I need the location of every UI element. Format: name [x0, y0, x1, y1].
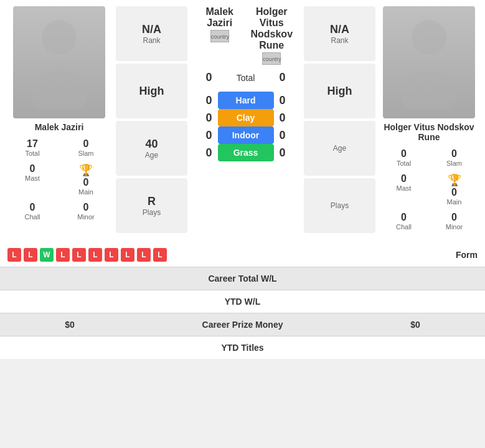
- surface-btn-indoor[interactable]: Indoor: [218, 126, 274, 144]
- right-chall-cell: 0 Chall: [379, 209, 428, 233]
- svg-point-0: [42, 20, 77, 55]
- player-left-stats: 17 Total 0 Slam 0 Mast 🏆 0 Main 0: [6, 136, 112, 223]
- player-left-avatar: [13, 6, 105, 118]
- form-badge-9: L: [153, 248, 167, 262]
- surface-row-indoor: 0 Indoor 0: [194, 126, 298, 144]
- form-badge-0: L: [7, 248, 21, 262]
- right-total-value: 0: [401, 148, 407, 160]
- career-total-label: Career Total W/L: [208, 274, 276, 284]
- form-badge-5: L: [88, 248, 102, 262]
- left-rank-value: N/A: [142, 23, 161, 36]
- left-main-label: Main: [78, 188, 93, 196]
- player-right-avatar: [383, 6, 475, 118]
- surface-left-hard: 0: [203, 94, 215, 107]
- ytd-wl-label: YTD W/L: [225, 297, 261, 307]
- left-rank-label: Rank: [143, 36, 160, 45]
- form-badge-8: L: [137, 248, 151, 262]
- right-plays-block: Plays: [304, 178, 375, 233]
- right-rank-label: Rank: [331, 36, 348, 45]
- left-high-block: High: [116, 64, 187, 118]
- right-plays-label: Plays: [331, 201, 349, 210]
- career-prize-left: $0: [7, 320, 132, 330]
- career-prize-right: $0: [353, 320, 478, 330]
- left-country-row: country: [194, 30, 246, 42]
- right-chall-label: Chall: [396, 223, 412, 231]
- left-main-cell: 🏆 0 Main: [60, 161, 112, 198]
- left-age-label: Age: [145, 151, 158, 160]
- right-mast-value: 0: [401, 173, 407, 184]
- form-row: LLWLLLLLLL Form: [0, 243, 485, 267]
- right-mast-cell: 0 Mast: [379, 171, 428, 208]
- right-main-value: 0: [451, 187, 457, 198]
- right-middle-stats: N/A Rank High Age Plays: [304, 6, 375, 233]
- left-mast-label: Mast: [25, 174, 40, 182]
- right-player-name-center: Holger Vitus Nodskov Rune country: [246, 6, 298, 65]
- surface-row-hard: 0 Hard 0: [194, 92, 298, 109]
- left-plays-label: Plays: [143, 208, 161, 217]
- left-total-cell: 17 Total: [6, 136, 59, 160]
- left-main-value: 0: [83, 177, 89, 188]
- total-right-score: 0: [276, 71, 289, 84]
- total-row: 0 Total 0: [194, 71, 298, 84]
- total-label: Total: [218, 73, 274, 83]
- form-badge-4: L: [72, 248, 86, 262]
- main-container: Malek Jaziri 17 Total 0 Slam 0 Mast 🏆 0: [0, 0, 485, 359]
- left-chall-value: 0: [30, 202, 35, 213]
- surface-btn-grass[interactable]: Grass: [218, 144, 274, 161]
- left-trophy-icon: 🏆: [79, 163, 93, 177]
- left-age-block: 40 Age: [116, 121, 187, 176]
- left-chall-label: Chall: [24, 213, 40, 221]
- right-high-block: High: [304, 64, 375, 118]
- form-badge-7: L: [121, 248, 134, 262]
- total-left-score: 0: [203, 71, 215, 84]
- left-total-value: 17: [27, 138, 38, 150]
- ytd-wl-row: YTD W/L: [0, 290, 485, 313]
- ytd-titles-label: YTD Titles: [221, 343, 263, 353]
- surface-rows: 0 Hard 0 0 Clay 0 0 Indoor 0 0 Grass 0: [194, 92, 298, 161]
- left-minor-cell: 0 Minor: [60, 199, 112, 223]
- left-middle-stats: N/A Rank High 40 Age R Plays: [116, 6, 187, 233]
- surface-btn-hard[interactable]: Hard: [218, 92, 274, 109]
- player-left: Malek Jaziri 17 Total 0 Slam 0 Mast 🏆 0: [6, 6, 112, 233]
- right-total-cell: 0 Total: [379, 146, 428, 169]
- left-mast-value: 0: [30, 163, 35, 174]
- right-chall-value: 0: [401, 212, 407, 223]
- career-prize-row: $0 Career Prize Money $0: [0, 313, 485, 336]
- right-minor-cell: 0 Minor: [430, 209, 479, 233]
- form-badge-6: L: [105, 248, 118, 262]
- left-high-value: High: [139, 85, 164, 98]
- right-slam-value: 0: [451, 148, 457, 160]
- svg-point-3: [401, 69, 457, 109]
- surface-left-indoor: 0: [203, 129, 215, 142]
- form-label: Form: [456, 250, 478, 260]
- surface-right-clay: 0: [276, 112, 289, 125]
- surface-right-indoor: 0: [276, 129, 289, 142]
- right-age-label: Age: [333, 144, 346, 153]
- left-slam-value: 0: [83, 138, 89, 150]
- surface-left-clay: 0: [203, 112, 215, 125]
- right-country-img: country: [262, 52, 281, 65]
- svg-point-2: [412, 20, 446, 55]
- svg-point-1: [31, 69, 87, 109]
- right-slam-label: Slam: [446, 160, 462, 167]
- right-high-value: High: [327, 85, 352, 98]
- left-name-header: Malek Jaziri: [194, 6, 246, 29]
- left-minor-label: Minor: [77, 213, 95, 221]
- ytd-titles-row: YTD Titles: [0, 336, 485, 359]
- player-right-name: Holger Vitus Nodskov Rune: [379, 122, 479, 142]
- right-main-cell: 🏆 0 Main: [430, 171, 479, 208]
- players-section: Malek Jaziri 17 Total 0 Slam 0 Mast 🏆 0: [0, 0, 485, 239]
- surface-row-clay: 0 Clay 0: [194, 109, 298, 126]
- form-badge-1: L: [24, 248, 37, 262]
- right-minor-label: Minor: [446, 223, 463, 231]
- surface-left-grass: 0: [203, 146, 215, 160]
- surface-btn-clay[interactable]: Clay: [218, 109, 274, 126]
- form-badge-3: L: [56, 248, 70, 262]
- right-country-row: country: [246, 52, 298, 65]
- player-right: Holger Vitus Nodskov Rune 0 Total 0 Slam…: [379, 6, 479, 233]
- right-age-block: Age: [304, 121, 375, 176]
- bottom-section: LLWLLLLLLL Form Career Total W/L YTD W/L…: [0, 243, 485, 359]
- right-mast-label: Mast: [397, 184, 412, 192]
- right-rank-value: N/A: [330, 23, 349, 36]
- surface-right-grass: 0: [276, 146, 289, 160]
